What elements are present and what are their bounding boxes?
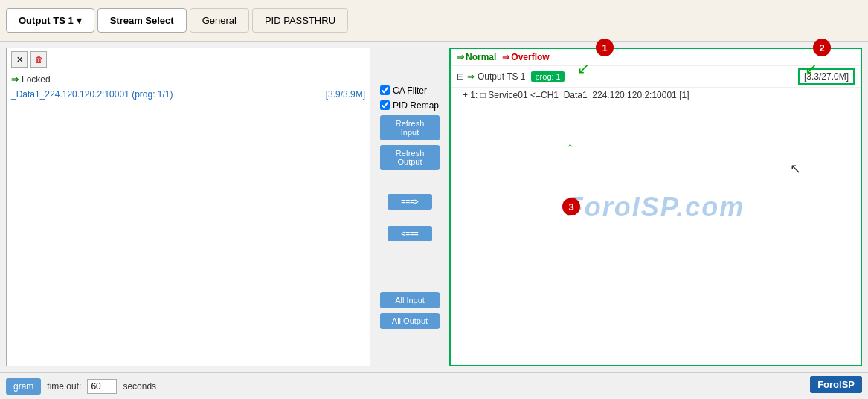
forward-arrow-button[interactable]: ===> — [388, 194, 432, 210]
refresh-output-button[interactable]: Refresh Output — [380, 145, 440, 170]
back-arrow-button[interactable]: <=== — [388, 226, 432, 241]
tab-output-ts-label: Output TS 1 — [19, 15, 74, 26]
tab-general[interactable]: General — [190, 8, 249, 33]
stream-row[interactable]: _Data1_224.120.120.2:10001 (prog: 1/1) [… — [7, 88, 370, 101]
right-panel-header: ⇒ Normal ⇒ Overflow — [451, 49, 861, 66]
overflow-label: ⇒ Overflow — [502, 52, 549, 62]
right-panel: 1 2 3 ↙ ↙ ↑ ⇒ Normal ⇒ Overflow — [449, 48, 862, 366]
ca-filter-checkbox[interactable] — [380, 85, 390, 95]
annotation-3: 3 — [562, 198, 580, 215]
output-ts-name-label: Output TS 1 — [478, 71, 525, 82]
all-input-button[interactable]: All Input — [380, 292, 440, 308]
program-button[interactable]: gram — [6, 378, 41, 395]
output-ts-arrow-icon: ⇒ — [467, 71, 475, 82]
close-icon-btn[interactable]: ✕ — [11, 51, 28, 68]
all-output-button[interactable]: All Output — [380, 313, 440, 329]
annotation-1: 1 — [596, 39, 614, 56]
output-ts-collapse-icon: ⊟ — [457, 71, 464, 82]
service-row-label: + 1: □ Service01 <=CH1_Data1_224.120.120… — [463, 90, 689, 100]
tab-bar: Output TS 1 ▾ Stream Select General PID … — [0, 0, 868, 42]
bottom-bar: gram time out: seconds — [0, 372, 868, 399]
stream-label: _Data1_224.120.120.2:10001 (prog: 1/1) — [11, 89, 173, 100]
left-panel-toolbar: ✕ 🗑 — [7, 48, 370, 71]
delete-icon-btn[interactable]: 🗑 — [30, 51, 47, 68]
arrow-down-2-icon: ↙ — [805, 59, 817, 77]
refresh-input-button[interactable]: Refresh Input — [380, 115, 440, 140]
seconds-label: seconds — [123, 381, 156, 392]
annotation-2: 2 — [813, 39, 831, 56]
arrow-down-1-icon: ↙ — [577, 59, 590, 77]
tab-stream-select-label: Stream Select — [110, 15, 174, 26]
prog-badge: prog: 1 — [531, 71, 564, 82]
pid-remap-checkbox[interactable] — [380, 100, 390, 110]
overflow-arrow-icon: ⇒ — [502, 52, 509, 62]
normal-overflow-row: ⇒ Normal ⇒ Overflow — [457, 52, 550, 62]
dropdown-arrow-icon: ▾ — [77, 15, 82, 26]
tab-general-label: General — [202, 15, 237, 26]
pid-remap-label: PID Remap — [393, 100, 439, 111]
left-panel: ✕ 🗑 ⇒ Locked _Data1_224.120.120.2:10001 … — [6, 48, 370, 366]
ca-filter-label: CA Filter — [393, 85, 427, 96]
service-row[interactable]: + 1: □ Service01 <=CH1_Data1_224.120.120… — [451, 88, 861, 103]
timeout-label: time out: — [47, 381, 81, 392]
ca-filter-row: CA Filter — [380, 85, 440, 96]
arrow-up-3-icon: ↑ — [566, 138, 574, 158]
foroISP-badge: ForoISP — [810, 376, 862, 393]
stream-rate-label: [3.9/3.9M] — [326, 89, 365, 100]
tab-output-ts[interactable]: Output TS 1 ▾ — [6, 8, 94, 33]
locked-status-label: Locked — [22, 74, 51, 85]
normal-arrow-icon: ⇒ — [457, 52, 464, 62]
output-ts-row: ⊟ ⇒ Output TS 1 prog: 1 [3.3/27.0M] — [451, 66, 861, 88]
tab-stream-select[interactable]: Stream Select — [97, 8, 187, 33]
locked-row: ⇒ Locked — [7, 71, 370, 88]
normal-label: ⇒ Normal — [457, 52, 496, 62]
watermark: ForoISP.com — [567, 192, 745, 223]
tab-pid-passthru-label: PID PASSTHRU — [265, 15, 335, 26]
tab-pid-passthru[interactable]: PID PASSTHRU — [252, 8, 348, 33]
timeout-input[interactable] — [87, 379, 117, 394]
cursor-icon: ↖ — [790, 160, 801, 177]
locked-arrow-icon: ⇒ — [11, 74, 19, 85]
pid-remap-row: PID Remap — [380, 100, 440, 111]
middle-controls: CA Filter PID Remap Refresh Input Refres… — [376, 48, 443, 366]
main-content: ✕ 🗑 ⇒ Locked _Data1_224.120.120.2:10001 … — [0, 42, 868, 372]
